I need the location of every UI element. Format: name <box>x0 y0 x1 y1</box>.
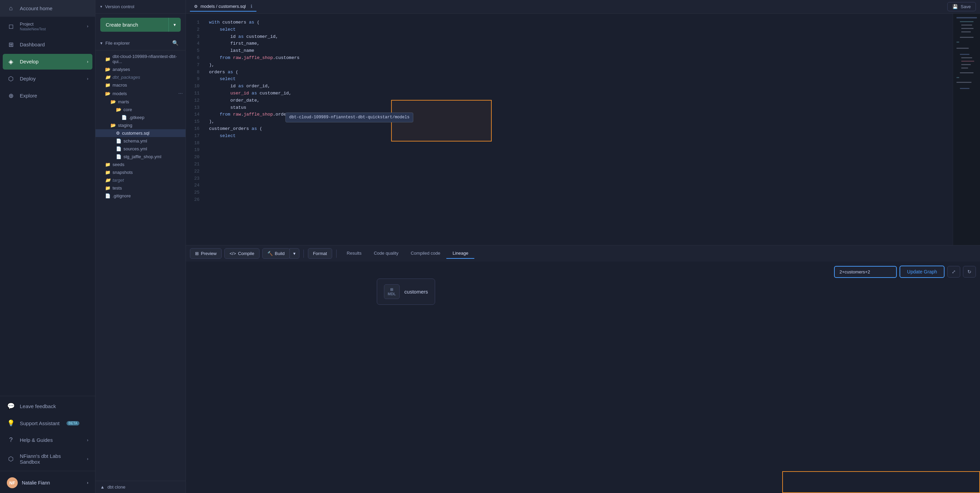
tree-item-snapshots[interactable]: 📁 snapshots <box>95 169 186 176</box>
folder-icon: 📁 <box>105 170 110 175</box>
tree-item-seeds[interactable]: 📁 seeds <box>95 161 186 169</box>
home-icon: ⌂ <box>7 5 15 12</box>
tree-item-marts[interactable]: 📂 marts <box>95 98 186 106</box>
code-editor[interactable]: with customers as ( select id as custome… <box>204 14 980 245</box>
tree-label: tests <box>113 186 122 191</box>
tree-label: core <box>123 107 132 112</box>
file-explorer-label: File explorer <box>105 41 130 46</box>
more-icon[interactable]: ··· <box>178 91 183 97</box>
code-line: id as customer_id, <box>204 33 980 41</box>
tab-results[interactable]: Results <box>340 248 368 259</box>
svg-rect-1 <box>960 21 974 22</box>
folder-icon: 📂 <box>116 107 121 112</box>
create-branch-button[interactable]: Create branch <box>100 18 169 32</box>
tree-item-customers-sql[interactable]: ⚙ customers.sql <box>95 129 186 137</box>
code-line: from raw.jaffle_shop.customers <box>204 54 980 62</box>
user-initials: NF <box>9 480 15 485</box>
tree-item-staging[interactable]: 📂 staging <box>95 121 186 129</box>
version-control-header[interactable]: ▾ Version control <box>95 0 186 14</box>
editor-tab-customers-sql[interactable]: ⚙ models / customers.sql ℹ <box>190 2 256 11</box>
preview-button[interactable]: ⊞ Preview <box>190 248 222 259</box>
tree-label: snapshots <box>113 170 133 175</box>
model-icon: ⚙ <box>116 130 120 136</box>
sidebar-item-label: Help & Guides <box>20 437 53 443</box>
explore-icon: ⊕ <box>7 92 15 100</box>
folder-icon: 📁 <box>105 186 110 191</box>
tree-item-target[interactable]: 📁 target <box>95 176 186 184</box>
build-dropdown-button[interactable]: ▾ <box>290 248 299 259</box>
sidebar-item-account-home[interactable]: ⌂ Account home <box>0 0 95 17</box>
svg-rect-10 <box>961 61 974 62</box>
sidebar-item-label: Account home <box>20 5 52 11</box>
fullscreen-button[interactable]: ⤢ <box>947 266 960 278</box>
tree-item-project-root[interactable]: 📁 dbt-cloud-109989-nfianntest-dbt-qui... <box>95 52 186 65</box>
sidebar-user[interactable]: NF Natalie Fiann › <box>0 472 95 493</box>
preview-icon: ⊞ <box>195 251 199 256</box>
tree-item-schema-yml[interactable]: 📄 schema.yml <box>95 137 186 145</box>
tree-label: stg_jaffle_shop.yml <box>123 154 161 159</box>
tree-item-core[interactable]: 📂 core <box>95 106 186 113</box>
sidebar-item-develop[interactable]: ◈ Develop › <box>3 54 92 70</box>
sandbox-icon: ⬡ <box>7 455 15 463</box>
compile-button[interactable]: </> Compile <box>224 248 259 259</box>
chevron-right-icon: › <box>87 76 88 81</box>
code-line: ), <box>204 62 980 69</box>
sidebar-item-deploy[interactable]: ⬡ Deploy › <box>0 70 95 87</box>
sidebar-item-label: Leave feedback <box>20 403 56 409</box>
tree-label: customers.sql <box>122 130 150 136</box>
chevron-right-icon: › <box>87 24 88 29</box>
sidebar-divider-2 <box>0 471 95 471</box>
svg-rect-4 <box>961 31 971 32</box>
sidebar-item-leave-feedback[interactable]: 💬 Leave feedback <box>0 398 95 415</box>
tree-label: sources.yml <box>123 146 147 151</box>
tree-label: target <box>113 178 124 183</box>
save-icon: 💾 <box>952 4 958 9</box>
build-icon: 🔨 <box>267 251 273 256</box>
sidebar-item-support-assistant[interactable]: 💡 Support Assistant BETA <box>0 415 95 432</box>
update-graph-button[interactable]: Update Graph <box>899 266 945 278</box>
mdl-badge: ⊞ MDL <box>384 284 399 299</box>
create-branch-dropdown-button[interactable]: ▾ <box>169 18 181 32</box>
tree-item-dbt-packages[interactable]: 📁 dbt_packages <box>95 73 186 81</box>
tree-item-gitkeep[interactable]: 📄 .gitkeep <box>95 113 186 121</box>
sidebar-item-help-guides[interactable]: ? Help & Guides › <box>0 432 95 448</box>
mini-map <box>953 14 980 245</box>
chevron-right-icon: › <box>87 438 88 442</box>
refresh-button[interactable]: ↻ <box>963 266 976 278</box>
format-button[interactable]: Format <box>308 248 332 259</box>
code-line: select <box>204 133 980 140</box>
chevron-right-icon: › <box>87 480 88 485</box>
tree-item-gitignore[interactable]: 📄 .gitignore <box>95 192 186 200</box>
file-panel-bottom[interactable]: ▲ dbt clone <box>95 481 186 493</box>
lineage-input[interactable] <box>835 267 896 277</box>
sidebar-item-project[interactable]: ◻ Project NatalieNewTest › <box>0 17 95 36</box>
tree-item-tests[interactable]: 📁 tests <box>95 184 186 192</box>
dashboard-icon: ⊞ <box>7 41 15 48</box>
build-button[interactable]: 🔨 Build <box>262 248 290 259</box>
file-icon: 📄 <box>116 154 121 159</box>
model-tab-icon: ⚙ <box>194 4 198 9</box>
tree-item-analyses[interactable]: 📂 analyses <box>95 65 186 73</box>
tab-code-quality[interactable]: Code quality <box>368 248 404 259</box>
preview-label: Preview <box>201 251 216 256</box>
code-line: order_date, <box>204 97 980 104</box>
svg-rect-7 <box>956 48 969 49</box>
folder-icon: 📁 <box>105 162 110 167</box>
chevron-up-icon: ▲ <box>100 485 105 490</box>
save-button[interactable]: 💾 Save <box>947 2 976 11</box>
sidebar-item-label: Explore <box>20 93 37 99</box>
lineage-panel: ⊞ MDL customers Update Graph ⤢ ↻ <box>186 261 980 493</box>
sidebar-item-dashboard[interactable]: ⊞ Dashboard <box>0 36 95 53</box>
tree-item-models[interactable]: 📂 models ··· <box>95 89 186 98</box>
tree-item-macros[interactable]: 📁 macros <box>95 81 186 89</box>
tree-item-sources-yml[interactable]: 📄 sources.yml <box>95 145 186 153</box>
sidebar-item-label: Dashboard <box>20 41 45 48</box>
svg-rect-3 <box>961 28 974 29</box>
tree-item-stg-jaffle-shop-yml[interactable]: 📄 stg_jaffle_shop.yml <box>95 153 186 161</box>
file-search-button[interactable]: 🔍 <box>170 39 181 47</box>
support-icon: 💡 <box>7 419 15 427</box>
tab-lineage[interactable]: Lineage <box>446 248 474 259</box>
sidebar-item-sandbox[interactable]: ⬡ NFiann's dbt Labs Sandbox › <box>0 448 95 469</box>
tab-compiled-code[interactable]: Compiled code <box>404 248 446 259</box>
sidebar-item-explore[interactable]: ⊕ Explore <box>0 87 95 104</box>
